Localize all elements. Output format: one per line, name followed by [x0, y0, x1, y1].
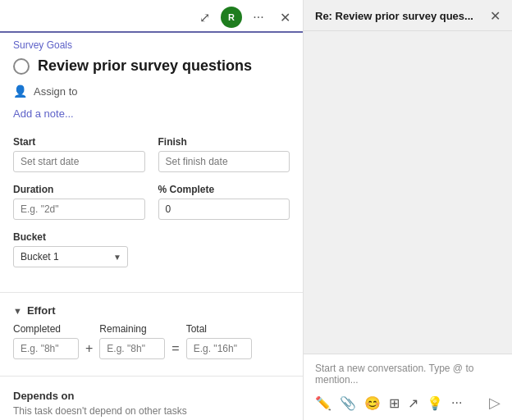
section-divider-1 — [0, 292, 303, 293]
close-icon[interactable]: ✕ — [275, 7, 295, 27]
plus-operator: + — [84, 341, 94, 356]
bucket-wrapper: Bucket 1 Bucket 2 Bucket 3 ▼ — [13, 246, 128, 267]
effort-remaining-label: Remaining — [99, 323, 165, 335]
assign-label: Assign to — [34, 85, 77, 98]
expand-icon[interactable]: ⤢ — [194, 7, 214, 27]
effort-completed-input[interactable] — [13, 338, 79, 359]
effort-row: Completed + Remaining = Total — [0, 323, 303, 369]
footer-icons: ✏️ 📎 😊 ⊞ ↗ 💡 ··· ▷ — [315, 394, 501, 412]
survey-goals-label: Survey Goals — [0, 33, 303, 54]
send-icon[interactable]: ▷ — [489, 394, 501, 412]
percent-label: % Complete — [158, 184, 290, 195]
duration-group: Duration — [13, 184, 145, 220]
bucket-label: Bucket — [13, 231, 290, 243]
effort-chevron-icon: ▼ — [13, 306, 22, 316]
effort-remaining-input[interactable] — [99, 338, 165, 359]
effort-total-input[interactable] — [186, 338, 252, 359]
effort-header[interactable]: ▼ Effort — [0, 299, 303, 323]
start-label: Start — [13, 136, 145, 148]
equals-operator: = — [170, 341, 181, 356]
form-section: Start Finish Duration % Complete Bucket — [0, 130, 303, 285]
percent-group: % Complete — [158, 184, 290, 220]
left-panel: ⤢ R ··· ✕ Survey Goals Review prior surv… — [0, 0, 304, 420]
attach-icon[interactable]: 📎 — [340, 395, 356, 411]
conversation-hint: Start a new conversation. Type @ to ment… — [315, 363, 501, 386]
emoji-icon[interactable]: 😊 — [364, 395, 381, 411]
finish-label: Finish — [158, 136, 290, 148]
duration-percent-row: Duration % Complete — [13, 184, 290, 220]
more-options-icon[interactable]: ··· — [451, 395, 462, 410]
task-complete-circle[interactable] — [13, 58, 30, 75]
duration-label: Duration — [13, 184, 145, 195]
depends-section: Depends on This task doesn't depend on o… — [0, 383, 303, 420]
start-finish-row: Start Finish — [13, 136, 290, 172]
edit-icon[interactable]: ✏️ — [315, 395, 331, 411]
add-note-link[interactable]: Add a note... — [0, 104, 303, 130]
effort-total-group: Total — [186, 323, 252, 359]
right-panel: Re: Review prior survey ques... ✕ Start … — [304, 0, 512, 420]
right-header: Re: Review prior survey ques... ✕ — [304, 0, 512, 31]
avatar: R — [221, 7, 242, 28]
effort-title: Effort — [27, 304, 56, 317]
right-close-icon[interactable]: ✕ — [490, 8, 501, 24]
section-divider-2 — [0, 376, 303, 377]
grid-icon[interactable]: ⊞ — [389, 395, 400, 411]
bucket-select[interactable]: Bucket 1 Bucket 2 Bucket 3 — [13, 246, 128, 267]
depends-desc: This task doesn't depend on other tasks — [13, 405, 290, 417]
top-bar: ⤢ R ··· ✕ — [0, 0, 303, 33]
depends-title: Depends on — [13, 390, 290, 402]
effort-remaining-group: Remaining — [99, 323, 165, 359]
finish-date-input[interactable] — [158, 151, 290, 172]
more-icon[interactable]: ··· — [249, 7, 268, 27]
effort-completed-group: Completed — [13, 323, 79, 359]
effort-total-label: Total — [186, 323, 252, 335]
start-date-input[interactable] — [13, 151, 145, 172]
person-icon: 👤 — [13, 84, 27, 98]
right-panel-body — [304, 31, 512, 354]
lightbulb-icon[interactable]: 💡 — [427, 395, 443, 411]
effort-completed-label: Completed — [13, 323, 79, 335]
duration-input[interactable] — [13, 199, 145, 220]
start-group: Start — [13, 136, 145, 172]
task-title-row: Review prior survey questions — [0, 54, 303, 81]
right-panel-title: Re: Review prior survey ques... — [315, 10, 473, 22]
finish-group: Finish — [158, 136, 290, 172]
percent-input[interactable] — [158, 199, 290, 220]
right-footer: Start a new conversation. Type @ to ment… — [304, 354, 512, 420]
assign-row[interactable]: 👤 Assign to — [0, 81, 303, 104]
task-title: Review prior survey questions — [38, 57, 252, 75]
bucket-group: Bucket Bucket 1 Bucket 2 Bucket 3 ▼ — [13, 231, 290, 267]
share-icon[interactable]: ↗ — [408, 395, 418, 411]
